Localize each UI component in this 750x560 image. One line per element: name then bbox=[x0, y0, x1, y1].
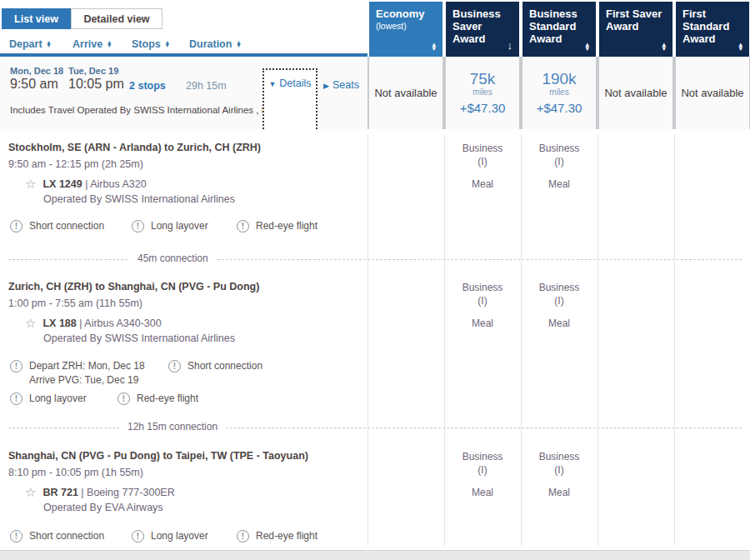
pipe-divider: | bbox=[79, 318, 82, 329]
warning-text: Long layover bbox=[151, 529, 208, 543]
column-header-business-saver[interactable]: Business Saver Award bbox=[446, 2, 519, 57]
column-header-economy[interactable]: Economy (lowest) bbox=[369, 2, 442, 57]
warning-text: Short connection bbox=[29, 219, 104, 233]
warning-date-change: Depart ZRH: Mon, Dec 18 Arrive PVG: Tue,… bbox=[10, 359, 145, 388]
warning-icon bbox=[10, 392, 22, 405]
segment-route: Shanghai, CN (PVG - Pu Dong) to Taipei, … bbox=[8, 450, 308, 462]
warning-icon bbox=[118, 392, 130, 405]
warning-red-eye: Red-eye flight bbox=[237, 529, 318, 543]
caret-right-icon bbox=[323, 79, 329, 91]
column-divider bbox=[444, 134, 445, 546]
fare-class: (I) bbox=[522, 294, 596, 308]
warning-icon bbox=[132, 220, 144, 232]
cabin-cell-business-saver: Business (I) Meal bbox=[446, 450, 519, 499]
meal-label: Meal bbox=[522, 486, 596, 499]
operated-by: Operated By SWISS International Airlines bbox=[43, 193, 235, 205]
cabin-name: Business bbox=[446, 142, 519, 155]
warning-long-layover: Long layover bbox=[132, 529, 208, 543]
warning-short-connection: Short connection bbox=[10, 219, 104, 233]
operated-by: Operated By EVA Airways bbox=[43, 502, 163, 513]
warning-icon bbox=[237, 220, 249, 232]
sort-duration-label: Duration bbox=[189, 38, 232, 50]
warning-text: Red-eye flight bbox=[256, 219, 318, 233]
arrive-date: Tue, Dec 19 bbox=[68, 66, 118, 76]
warning-long-layover: Long layover bbox=[10, 392, 87, 406]
details-toggle[interactable]: Details bbox=[262, 68, 318, 129]
cabin-name: Business bbox=[446, 281, 519, 294]
seats-link[interactable]: Seats bbox=[323, 79, 359, 91]
warning-text: Red-eye flight bbox=[137, 392, 198, 406]
warning-icon bbox=[10, 530, 22, 542]
sort-updown-icon bbox=[166, 41, 169, 48]
operated-by-note: Includes Travel Operated By SWISS Intern… bbox=[10, 105, 262, 115]
sort-duration[interactable]: Duration bbox=[189, 38, 240, 50]
operated-by: Operated By SWISS International Airlines bbox=[43, 332, 235, 344]
connection-divider bbox=[8, 259, 742, 260]
segment-route: Stockholm, SE (ARN - Arlanda) to Zurich,… bbox=[8, 142, 261, 153]
airline-star-icon bbox=[25, 177, 36, 192]
warning-text: Short connection bbox=[188, 359, 262, 373]
miles-unit: miles bbox=[472, 88, 492, 98]
warning-long-layover: Long layover bbox=[132, 219, 208, 233]
not-available-label: Not available bbox=[681, 87, 743, 99]
segment-times: 1:00 pm - 7:55 am (11h 55m) bbox=[8, 298, 142, 309]
column-divider bbox=[368, 134, 368, 546]
flight-number: LX 188 bbox=[42, 318, 76, 329]
details-label: Details bbox=[279, 78, 311, 89]
warning-text: Red-eye flight bbox=[256, 529, 318, 543]
warning-icon bbox=[132, 530, 144, 542]
stops-link[interactable]: 2 stops bbox=[129, 80, 166, 92]
warning-icon bbox=[10, 220, 22, 232]
seats-label: Seats bbox=[332, 79, 359, 91]
connection-duration: 12h 15m connection bbox=[119, 421, 226, 432]
sort-updown-icon bbox=[585, 42, 589, 51]
meal-label: Meal bbox=[446, 178, 519, 191]
flight-number: BR 721 bbox=[42, 487, 78, 498]
cabin-name: Business bbox=[446, 450, 519, 463]
column-label: Economy bbox=[376, 8, 438, 20]
warning-text: Long layover bbox=[151, 219, 208, 233]
fare-cell-economy: Not available bbox=[369, 57, 442, 129]
warning-text: Short connection bbox=[29, 529, 104, 543]
not-available-label: Not available bbox=[374, 87, 437, 99]
flight-summary-row: Mon, Dec 18 9:50 am Tue, Dec 19 10:05 pm… bbox=[0, 57, 750, 129]
meal-label: Meal bbox=[446, 486, 519, 499]
column-label: Business Standard Award bbox=[529, 8, 591, 45]
cabin-cell-business-standard: Business (I) Meal bbox=[522, 450, 596, 499]
cabin-name: Business bbox=[522, 281, 596, 294]
fare-cell-first-standard: Not available bbox=[676, 57, 749, 129]
sort-stops[interactable]: Stops bbox=[132, 38, 169, 50]
sort-updown-icon bbox=[48, 41, 51, 48]
sort-updown-icon bbox=[108, 41, 111, 48]
airline-star-icon bbox=[25, 316, 36, 331]
warning-red-eye: Red-eye flight bbox=[237, 219, 318, 233]
warning-icon bbox=[10, 360, 22, 372]
sort-depart[interactable]: Depart bbox=[9, 38, 51, 50]
sort-arrive-label: Arrive bbox=[72, 38, 102, 50]
fare-class: (I) bbox=[446, 294, 519, 308]
warning-text: Depart ZRH: Mon, Dec 18 bbox=[29, 360, 145, 372]
column-header-first-saver[interactable]: First Saver Award bbox=[599, 2, 672, 57]
column-header-first-standard[interactable]: First Standard Award bbox=[676, 2, 749, 57]
meal-label: Meal bbox=[522, 317, 596, 330]
taxes-value: +$47.30 bbox=[537, 100, 582, 116]
fare-cell-business-saver[interactable]: 75k miles +$47.30 bbox=[446, 57, 519, 129]
column-divider bbox=[598, 134, 598, 546]
detailed-view-tab[interactable]: Detailed view bbox=[71, 8, 162, 29]
warning-icon bbox=[168, 360, 181, 372]
cabin-name: Business bbox=[522, 142, 596, 155]
sort-arrive[interactable]: Arrive bbox=[72, 38, 111, 50]
list-view-tab[interactable]: List view bbox=[2, 8, 71, 29]
warning-text: Long layover bbox=[29, 392, 87, 406]
pipe-divider: | bbox=[81, 487, 83, 498]
fare-class: (I) bbox=[446, 155, 519, 168]
caret-down-icon bbox=[268, 78, 276, 89]
not-available-label: Not available bbox=[604, 87, 667, 99]
fare-cell-business-standard[interactable]: 190k miles +$47.30 bbox=[522, 57, 596, 129]
meal-label: Meal bbox=[446, 317, 519, 330]
column-divider bbox=[521, 134, 522, 546]
column-header-business-standard[interactable]: Business Standard Award bbox=[522, 2, 596, 57]
meal-label: Meal bbox=[522, 178, 596, 191]
segment-flight: BR 721 | Boeing 777-300ER bbox=[25, 485, 175, 500]
flight-details-panel: Stockholm, SE (ARN - Arlanda) to Zurich,… bbox=[0, 129, 750, 550]
